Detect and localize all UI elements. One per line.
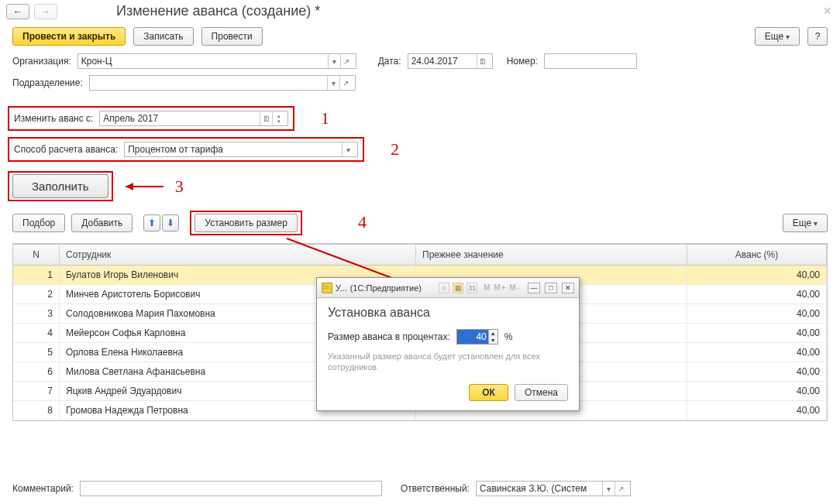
calendar-mini-icon[interactable]: 31 bbox=[466, 283, 477, 293]
date-input[interactable]: 24.04.2017 🗓 bbox=[408, 53, 493, 69]
col-header-employee[interactable]: Сотрудник bbox=[60, 245, 416, 266]
cell-n: 8 bbox=[13, 401, 60, 420]
dialog-caption-prefix: У... bbox=[336, 283, 347, 293]
col-header-advance[interactable]: Аванс (%) bbox=[687, 245, 827, 266]
change-from-value: Апрель 2017 bbox=[103, 113, 158, 124]
move-down-button[interactable]: ⬇ bbox=[162, 214, 179, 231]
comment-input[interactable] bbox=[80, 481, 382, 496]
cell-advance: 40,00 bbox=[687, 343, 827, 362]
col-header-n[interactable]: N bbox=[13, 245, 60, 266]
change-from-label: Изменить аванс с: bbox=[14, 113, 93, 124]
responsible-input[interactable]: Савинская З.Ю. (Систем ▾ ↗ bbox=[476, 481, 631, 496]
more-table-button[interactable]: Еще bbox=[783, 214, 828, 232]
maximize-button[interactable]: □ bbox=[545, 283, 557, 293]
ok-button[interactable]: ОК bbox=[469, 384, 508, 401]
cell-advance: 40,00 bbox=[687, 382, 827, 401]
help-button[interactable]: ? bbox=[807, 27, 828, 46]
dialog-close-button[interactable]: ✕ bbox=[562, 283, 574, 293]
nav-back-button[interactable]: ← bbox=[6, 4, 29, 19]
annotation-1: 1 bbox=[321, 108, 329, 129]
spin-up-icon[interactable]: ▲ bbox=[488, 330, 497, 337]
open-icon[interactable]: ↗ bbox=[340, 54, 353, 68]
dropdown-icon[interactable]: ▾ bbox=[602, 482, 615, 495]
dialog-title: Установка аванса bbox=[328, 306, 568, 320]
cell-n: 5 bbox=[13, 343, 60, 362]
cell-advance: 40,00 bbox=[687, 401, 827, 420]
minimize-button[interactable]: — bbox=[528, 283, 540, 293]
cell-advance: 40,00 bbox=[687, 362, 827, 382]
org-label: Организация: bbox=[12, 56, 71, 67]
post-and-close-button[interactable]: Провести и закрыть bbox=[12, 27, 126, 46]
annotation-3: 3 bbox=[175, 177, 184, 197]
cell-advance: 40,00 bbox=[687, 285, 827, 304]
cell-n: 1 bbox=[13, 266, 60, 285]
set-size-button[interactable]: Установить размер bbox=[195, 214, 298, 232]
save-button[interactable]: Записать bbox=[133, 27, 193, 46]
annotation-4: 4 bbox=[358, 212, 367, 232]
cell-advance: 40,00 bbox=[687, 304, 827, 324]
cell-n: 3 bbox=[13, 304, 60, 324]
dialog-field-label: Размер аванса в процентах: bbox=[328, 331, 450, 342]
dialog-caption-app: (1С:Предприятие) bbox=[350, 283, 422, 293]
cancel-button[interactable]: Отмена bbox=[515, 384, 568, 401]
comment-label: Комментарий: bbox=[12, 483, 74, 494]
more-button[interactable]: Еще bbox=[755, 27, 800, 46]
cell-n: 6 bbox=[13, 362, 60, 382]
responsible-value: Савинская З.Ю. (Систем bbox=[480, 483, 587, 494]
svg-marker-1 bbox=[126, 183, 133, 190]
open-icon[interactable]: ↗ bbox=[339, 76, 352, 90]
date-label: Дата: bbox=[378, 56, 401, 67]
spin-down-icon[interactable]: ▼ bbox=[488, 337, 497, 344]
page-title: Изменение аванса (создание) * bbox=[116, 3, 320, 19]
nav-forward-button[interactable]: → bbox=[34, 4, 57, 19]
pick-button[interactable]: Подбор bbox=[12, 214, 65, 232]
annotation-2: 2 bbox=[391, 139, 399, 159]
close-icon[interactable]: ✕ bbox=[823, 5, 832, 17]
change-from-input[interactable]: Апрель 2017 🗓 ▴▾ bbox=[99, 111, 288, 126]
spinner-icon[interactable]: ▴▾ bbox=[272, 111, 284, 125]
open-icon[interactable]: ↗ bbox=[615, 482, 627, 495]
org-value: Крон-Ц bbox=[81, 56, 112, 67]
responsible-label: Ответственный: bbox=[401, 483, 470, 494]
cell-advance: 40,00 bbox=[687, 324, 827, 343]
calc-icon[interactable]: ▦ bbox=[453, 283, 463, 293]
dropdown-icon[interactable]: ▾ bbox=[328, 54, 340, 68]
col-header-prev[interactable]: Прежнее значение bbox=[416, 245, 687, 266]
percent-sign: % bbox=[504, 331, 513, 342]
cell-n: 2 bbox=[13, 285, 60, 304]
method-label: Способ расчета аванса: bbox=[14, 144, 118, 155]
method-input[interactable]: Процентом от тарифа ▾ bbox=[124, 142, 358, 157]
app-icon: 1c bbox=[322, 283, 332, 293]
percent-input[interactable] bbox=[457, 330, 488, 344]
add-button[interactable]: Добавить bbox=[71, 214, 133, 232]
number-label: Номер: bbox=[507, 56, 538, 67]
percent-spinner[interactable]: ▲ ▼ bbox=[456, 329, 498, 345]
dept-input[interactable]: ▾ ↗ bbox=[89, 75, 356, 91]
dropdown-icon[interactable]: ▾ bbox=[342, 142, 354, 156]
org-input[interactable]: Крон-Ц ▾ ↗ bbox=[77, 53, 356, 69]
calendar-icon[interactable]: 🗓 bbox=[477, 54, 489, 68]
cell-n: 4 bbox=[13, 324, 60, 343]
favorite-icon[interactable]: ☆ bbox=[439, 283, 449, 293]
dept-label: Подразделение: bbox=[12, 77, 83, 88]
set-advance-dialog: 1c У... (1С:Предприятие) ☆ ▦ 31 M M+ M- … bbox=[316, 277, 580, 411]
memory-indicator: M M+ M- bbox=[484, 283, 520, 292]
dropdown-icon[interactable]: ▾ bbox=[327, 76, 339, 90]
post-button[interactable]: Провести bbox=[201, 27, 263, 46]
method-value: Процентом от тарифа bbox=[128, 144, 223, 155]
dialog-hint: Указанный размер аванса будет установлен… bbox=[328, 351, 568, 373]
fill-button[interactable]: Заполнить bbox=[12, 174, 108, 198]
move-up-button[interactable]: ⬆ bbox=[143, 214, 160, 231]
cell-advance: 40,00 bbox=[687, 266, 827, 285]
calendar-icon[interactable]: 🗓 bbox=[260, 111, 272, 125]
date-value: 24.04.2017 bbox=[411, 56, 458, 67]
cell-n: 7 bbox=[13, 382, 60, 401]
number-input[interactable] bbox=[544, 53, 637, 69]
